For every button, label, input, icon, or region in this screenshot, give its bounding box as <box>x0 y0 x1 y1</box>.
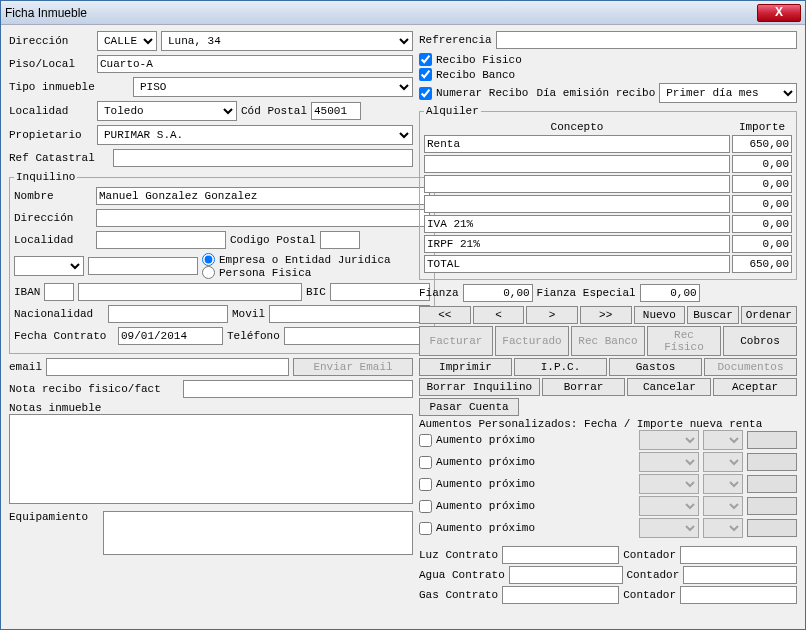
aumento-fecha-3[interactable] <box>639 496 699 516</box>
direccion-value-select[interactable]: Luna, 34 <box>161 31 413 51</box>
piso-input[interactable] <box>97 55 413 73</box>
inq-select1[interactable] <box>14 256 84 276</box>
aumento-check-2[interactable] <box>419 478 432 491</box>
agua-contrato-input[interactable] <box>509 566 623 584</box>
ipc-button[interactable]: I.P.C. <box>514 358 607 376</box>
referencia-input[interactable] <box>496 31 797 49</box>
buscar-button[interactable]: Buscar <box>687 306 739 324</box>
aumento-imp-4[interactable] <box>747 519 797 537</box>
dia-emision-select[interactable]: Primer día mes <box>659 83 797 103</box>
fianza-especial-input[interactable] <box>640 284 700 302</box>
cancelar-button[interactable]: Cancelar <box>627 378 711 396</box>
alq-importe-4[interactable] <box>732 215 792 233</box>
nota-recibo-input[interactable] <box>183 380 413 398</box>
recibo-banco-checkbox[interactable] <box>419 68 432 81</box>
aumento-fecha-4[interactable] <box>639 518 699 538</box>
alq-concepto-1[interactable] <box>424 155 730 173</box>
first-button[interactable]: << <box>419 306 471 324</box>
inq-cp-input[interactable] <box>320 231 360 249</box>
equipamiento-label: Equipamiento <box>9 511 99 523</box>
last-button[interactable]: >> <box>580 306 632 324</box>
facturado-button[interactable]: Facturado <box>495 326 569 356</box>
alq-importe-6[interactable] <box>732 255 792 273</box>
localidad-select[interactable]: Toledo <box>97 101 237 121</box>
iban-prefix-input[interactable] <box>44 283 74 301</box>
alq-concepto-3[interactable] <box>424 195 730 213</box>
aumento-mes-3[interactable] <box>703 496 743 516</box>
alq-concepto-6[interactable] <box>424 255 730 273</box>
agua-contador-input[interactable] <box>683 566 797 584</box>
radio-persona[interactable] <box>202 266 215 279</box>
next-button[interactable]: > <box>526 306 578 324</box>
alq-concepto-2[interactable] <box>424 175 730 193</box>
alq-importe-0[interactable] <box>732 135 792 153</box>
numerar-recibo-checkbox[interactable] <box>419 87 432 100</box>
iban-input[interactable] <box>78 283 302 301</box>
aumento-check-4[interactable] <box>419 522 432 535</box>
nacionalidad-input[interactable] <box>108 305 228 323</box>
rec-banco-button[interactable]: Rec Banco <box>571 326 645 356</box>
aumentos-header: Aumentos Personalizados: Fecha / Importe… <box>419 418 762 430</box>
gas-contador-input[interactable] <box>680 586 797 604</box>
aumento-check-1[interactable] <box>419 456 432 469</box>
borrar-button[interactable]: Borrar <box>542 378 626 396</box>
aumento-imp-0[interactable] <box>747 431 797 449</box>
ordenar-button[interactable]: Ordenar <box>741 306 797 324</box>
equipamiento-textarea[interactable] <box>103 511 413 555</box>
prev-button[interactable]: < <box>473 306 525 324</box>
alq-importe-3[interactable] <box>732 195 792 213</box>
aceptar-button[interactable]: Aceptar <box>713 378 797 396</box>
documentos-button[interactable]: Documentos <box>704 358 797 376</box>
aumento-mes-0[interactable] <box>703 430 743 450</box>
movil-input[interactable] <box>269 305 430 323</box>
inq-input2[interactable] <box>88 257 198 275</box>
aumento-check-0[interactable] <box>419 434 432 447</box>
imprimir-button[interactable]: Imprimir <box>419 358 512 376</box>
recibo-fisico-checkbox[interactable] <box>419 53 432 66</box>
inq-direccion-input[interactable] <box>96 209 430 227</box>
fianza-input[interactable] <box>463 284 533 302</box>
luz-contador-input[interactable] <box>680 546 797 564</box>
alq-concepto-5[interactable] <box>424 235 730 253</box>
enviar-email-button[interactable]: Enviar Email <box>293 358 413 376</box>
telefono-input[interactable] <box>284 327 430 345</box>
aumento-imp-2[interactable] <box>747 475 797 493</box>
aumento-imp-3[interactable] <box>747 497 797 515</box>
close-button[interactable]: X <box>757 4 801 22</box>
facturar-button[interactable]: Facturar <box>419 326 493 356</box>
fecha-contrato-input[interactable] <box>118 327 223 345</box>
radio-empresa-label: Empresa o Entidad Juridica <box>219 254 391 266</box>
aumento-fecha-2[interactable] <box>639 474 699 494</box>
propietario-select[interactable]: PURIMAR S.A. <box>97 125 413 145</box>
cp-input[interactable] <box>311 102 361 120</box>
alq-importe-1[interactable] <box>732 155 792 173</box>
gastos-button[interactable]: Gastos <box>609 358 702 376</box>
aumento-mes-1[interactable] <box>703 452 743 472</box>
tipo-select[interactable]: PISO <box>133 77 413 97</box>
borrar-inquilino-button[interactable]: Borrar Inquilino <box>419 378 540 396</box>
gas-contrato-input[interactable] <box>502 586 619 604</box>
aumento-fecha-0[interactable] <box>639 430 699 450</box>
cobros-button[interactable]: Cobros <box>723 326 797 356</box>
alq-importe-5[interactable] <box>732 235 792 253</box>
radio-empresa[interactable] <box>202 253 215 266</box>
pasar-cuenta-button[interactable]: Pasar Cuenta <box>419 398 519 416</box>
email-input[interactable] <box>46 358 289 376</box>
nombre-input[interactable] <box>96 187 430 205</box>
alq-importe-2[interactable] <box>732 175 792 193</box>
aumento-fecha-1[interactable] <box>639 452 699 472</box>
aumento-check-3[interactable] <box>419 500 432 513</box>
notas-inmueble-textarea[interactable] <box>9 414 413 504</box>
aumento-imp-1[interactable] <box>747 453 797 471</box>
aumento-mes-2[interactable] <box>703 474 743 494</box>
direccion-type-select[interactable]: CALLE <box>97 31 157 51</box>
nuevo-button[interactable]: Nuevo <box>634 306 686 324</box>
rec-fisico-button[interactable]: Rec Físico <box>647 326 721 356</box>
luz-contrato-input[interactable] <box>502 546 619 564</box>
aumento-mes-4[interactable] <box>703 518 743 538</box>
bic-input[interactable] <box>330 283 430 301</box>
alq-concepto-4[interactable] <box>424 215 730 233</box>
inq-localidad-input[interactable] <box>96 231 226 249</box>
alq-concepto-0[interactable] <box>424 135 730 153</box>
ref-catastral-input[interactable] <box>113 149 413 167</box>
